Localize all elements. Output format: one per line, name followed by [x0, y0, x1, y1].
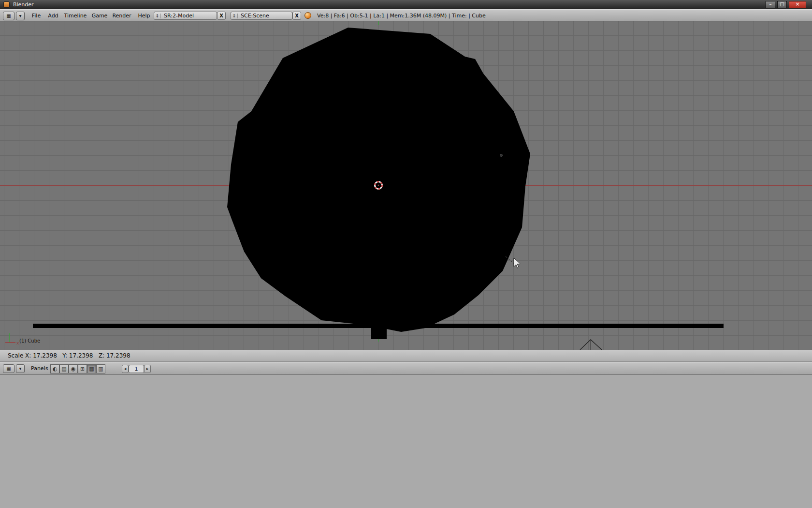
header-collapse-icon[interactable]: ▾	[16, 364, 25, 373]
frame-back-icon[interactable]: ◂	[122, 365, 129, 373]
frame-number-field[interactable]: 1	[129, 365, 144, 373]
menu-timeline[interactable]: Timeline	[62, 12, 89, 20]
titlebar[interactable]: Blender – □ ×	[0, 0, 812, 9]
blender-logo-icon	[3, 1, 10, 8]
window-type-icon[interactable]: ▦	[3, 364, 14, 373]
screen-close-icon[interactable]: X	[217, 12, 226, 20]
maximize-button[interactable]: □	[777, 1, 787, 8]
screen-selector-value: SR:2-Model	[161, 13, 197, 19]
header-collapse-icon[interactable]: ▾	[16, 12, 25, 20]
buttons-window: ▼ Link and Materials ↕ ME:Cube F OB:Cube…	[0, 375, 812, 508]
viewport-overlay: x	[0, 21, 812, 350]
menu-add[interactable]: Add	[45, 12, 61, 20]
frame-forward-icon[interactable]: ▸	[144, 365, 151, 373]
menu-render[interactable]: Render	[110, 12, 133, 20]
scene-selector-value: SCE:Scene	[238, 13, 272, 19]
scaled-cube-silhouette[interactable]	[227, 28, 530, 332]
render-ball-icon	[304, 12, 311, 19]
axis-gizmo: x	[5, 333, 19, 345]
cycle-icon[interactable]: ↕	[154, 14, 161, 18]
scene-stats: Ve:8 | Fa:6 | Ob:5-1 | La:1 | Mem:1.36M …	[317, 13, 486, 19]
logic-icon[interactable]: ◐	[50, 364, 59, 374]
panels-menu[interactable]: Panels	[31, 365, 48, 372]
screen-selector[interactable]: ↕ SR:2-Model	[154, 12, 217, 20]
menubar: ▦ ▾ File Add Timeline Game Render Help ↕…	[0, 9, 812, 21]
cycle-icon[interactable]: ↕	[231, 14, 238, 18]
object-icon[interactable]: ⊞	[78, 364, 87, 374]
window-title: Blender	[13, 1, 34, 8]
scene-close-icon[interactable]: X	[292, 12, 301, 20]
menu-game[interactable]: Game	[90, 12, 109, 20]
menu-help[interactable]: Help	[135, 12, 153, 20]
viewport-header: Scale X: 17.2398 Y: 17.2398 Z: 17.2398	[0, 350, 812, 362]
active-object-label: (1) Cube	[19, 338, 40, 344]
close-button[interactable]: ×	[789, 1, 806, 8]
lamp-wireframe[interactable]	[580, 340, 602, 350]
shading-icon[interactable]: ◉	[69, 364, 78, 374]
buttons-window-header: ▦ ▾ Panels ◐ ▤ ◉ ⊞ ▦ ▥ ◂ 1 ▸	[0, 362, 812, 375]
editing-icon[interactable]: ▦	[87, 364, 96, 374]
scene-icon[interactable]: ▥	[96, 364, 105, 374]
scale-readout: Scale X: 17.2398 Y: 17.2398 Z: 17.2398	[8, 352, 130, 359]
window-type-icon[interactable]: ▦	[3, 12, 14, 20]
menu-file[interactable]: File	[28, 12, 44, 20]
script-icon[interactable]: ▤	[59, 364, 69, 374]
mouse-cursor	[514, 258, 521, 268]
viewport-3d[interactable]: x (1) Cube	[0, 21, 812, 350]
object-center-dot	[500, 154, 503, 157]
minimize-button[interactable]: –	[766, 1, 775, 8]
scene-selector[interactable]: ↕ SCE:Scene	[231, 12, 292, 20]
blender-window: Blender – □ × ▦ ▾ File Add Timeline Game…	[0, 0, 812, 508]
